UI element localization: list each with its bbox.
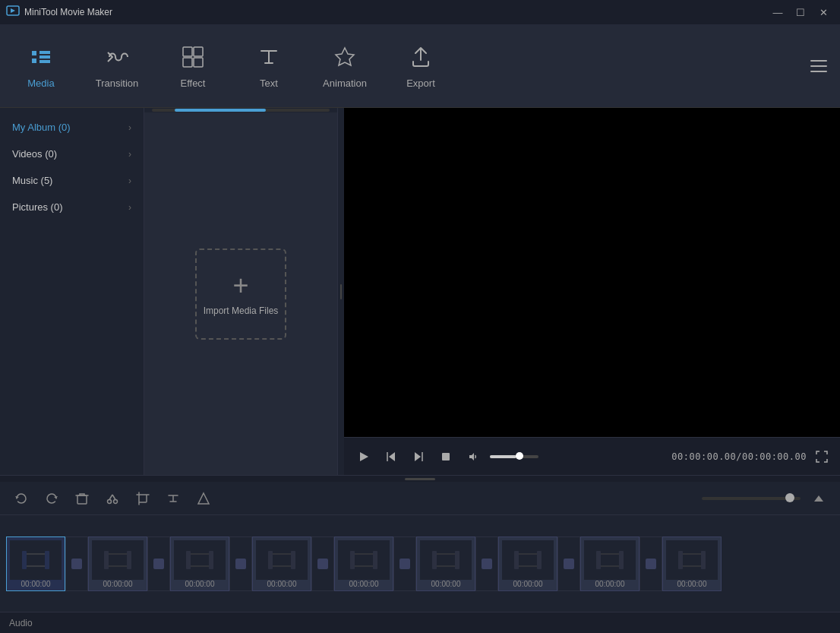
clip-time-1: 00:00:00 [21,580,51,588]
track-clip-5[interactable]: 00:00:00 [334,536,393,591]
timeline-scroll-up[interactable] [807,486,831,511]
volume-fill [490,455,516,458]
transition-icon-small-2 [153,559,164,569]
resize-handle[interactable] [338,108,344,475]
sidebar-item-album[interactable]: My Album (0) › [0,114,144,141]
step-forward-button[interactable] [408,446,429,467]
track-clip-9[interactable]: 00:00:00 [662,536,722,591]
stop-button[interactable] [435,446,456,467]
play-button[interactable] [353,446,374,467]
clip-thumb-3 [174,540,226,580]
volume-button[interactable] [463,446,484,467]
video-preview [344,108,840,437]
track-clip-8[interactable]: 00:00:00 [580,536,639,591]
chevron-icon-album: › [128,122,131,133]
sidebar-label-music: Music (5) [12,175,52,186]
svg-rect-44 [680,554,704,566]
transition-1 [65,536,88,591]
track-clip-7[interactable]: 00:00:00 [498,536,557,591]
svg-point-15 [114,499,118,503]
toolbar-label-media: Media [27,78,54,89]
cut-button[interactable] [100,486,125,511]
fullscreen-button[interactable] [813,448,831,466]
step-back-button[interactable] [381,446,402,467]
crop-button[interactable] [131,486,155,511]
volume-thumb [516,452,523,460]
toolbar-label-export: Export [406,78,435,89]
toolbar-label-text: Text [260,78,278,89]
track-clip-4[interactable]: 00:00:00 [252,536,311,591]
sidebar-label-videos: Videos (0) [12,148,57,160]
svg-rect-23 [106,554,130,566]
svg-rect-35 [434,554,458,566]
track-clip-2[interactable]: 00:00:00 [88,536,147,591]
transition-icon-small-7 [564,559,574,569]
import-plus-icon: + [232,272,248,299]
audio-label: Audio [9,618,33,628]
transition-6 [475,536,498,591]
effect-icon [178,43,207,71]
sidebar-label-album: My Album (0) [12,122,71,133]
svg-rect-41 [598,554,622,566]
toolbar-item-transition[interactable]: Transition [79,32,155,100]
track-clip-3[interactable]: 00:00:00 [170,536,229,591]
transition-7 [557,536,580,591]
sidebar-item-videos[interactable]: Videos (0) › [0,141,144,167]
clip-time-9: 00:00:00 [677,580,707,588]
transition-4 [311,536,334,591]
svg-marker-19 [198,493,209,504]
svg-rect-4 [194,58,203,67]
svg-rect-24 [104,551,109,569]
track-group-video: 00:00:00 00:00:00 [6,530,722,598]
timeline-toolbar [0,482,840,515]
clip-time-3: 00:00:00 [185,580,215,588]
toolbar: Media Transition Effect Te [0,24,840,108]
zoom-slider[interactable] [702,497,801,500]
title-bar: MiniTool Movie Maker — ☐ ✕ [0,0,840,24]
scroll-track [152,109,330,112]
svg-rect-27 [186,551,191,569]
svg-rect-2 [194,47,203,56]
svg-rect-36 [432,551,437,569]
toolbar-label-effect: Effect [180,78,205,89]
minimize-button[interactable]: — [767,5,788,20]
toolbar-item-effect[interactable]: Effect [155,32,231,100]
text-icon [254,43,283,71]
menu-button[interactable] [801,48,837,84]
maximize-button[interactable]: ☐ [790,5,811,20]
svg-rect-25 [127,551,131,569]
close-button[interactable]: ✕ [813,5,834,20]
zoom-controls [702,497,801,500]
more-button[interactable] [191,486,216,511]
track-clip-1[interactable]: 00:00:00 [6,536,65,591]
svg-rect-46 [701,551,706,569]
delete-button[interactable] [70,486,94,511]
add-text-button[interactable] [161,486,185,511]
toolbar-item-media[interactable]: Media [3,32,79,100]
import-media-button[interactable]: + Import Media Files [195,248,286,340]
resize-indicator [340,284,342,299]
clip-time-5: 00:00:00 [349,580,379,588]
sidebar-item-music[interactable]: Music (5) › [0,167,144,194]
clip-thumb-1 [10,540,62,580]
title-bar-left: MiniTool Movie Maker [6,4,112,21]
track-clip-6[interactable]: 00:00:00 [416,536,475,591]
toolbar-item-animation[interactable]: Animation [307,32,383,100]
svg-line-16 [109,495,112,500]
clip-thumb-5 [338,540,390,580]
svg-rect-20 [24,554,48,566]
divider-line [405,478,435,480]
svg-rect-42 [596,551,601,569]
sidebar-item-pictures[interactable]: Pictures (0) › [0,194,144,220]
svg-rect-38 [516,554,540,566]
audio-bar: Audio [0,612,840,633]
svg-marker-12 [469,453,474,461]
toolbar-item-export[interactable]: Export [383,32,459,100]
volume-slider[interactable] [490,455,538,458]
animation-icon [330,43,359,71]
menu-line-2 [810,65,827,67]
toolbar-item-text[interactable]: Text [231,32,307,100]
svg-rect-43 [619,551,624,569]
redo-button[interactable] [39,486,64,511]
undo-button[interactable] [9,486,33,511]
